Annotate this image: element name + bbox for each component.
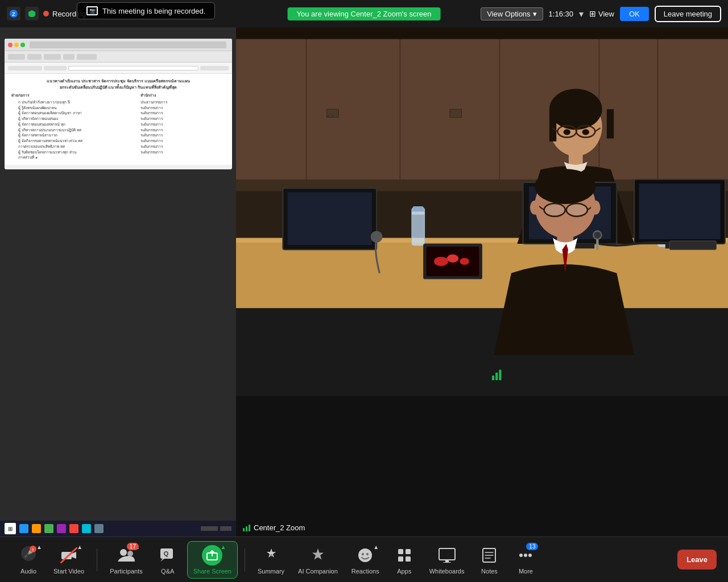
whiteboards-icon-wrap: [437, 545, 457, 566]
menu-item: [44, 54, 61, 60]
svg-point-62: [371, 231, 383, 243]
share-screen-button[interactable]: ▲ Share Screen: [187, 541, 238, 579]
svg-point-41: [530, 201, 539, 215]
shield-icon[interactable]: [25, 7, 39, 20]
whiteboards-label: Whiteboards: [429, 568, 465, 575]
whiteboards-button[interactable]: Whiteboards: [424, 542, 470, 578]
companion-icon: [310, 547, 326, 563]
zoom-icon[interactable]: Z: [7, 7, 20, 20]
svg-rect-48: [412, 211, 425, 214]
svg-rect-65: [499, 369, 501, 380]
view-options-button[interactable]: View Options ▾: [481, 7, 543, 20]
signal-bar-3: [249, 525, 250, 531]
recording-dot: [43, 11, 49, 16]
top-bar: Z Recording 📷 This meeting is being reco…: [0, 0, 728, 27]
svg-rect-87: [443, 562, 451, 563]
svg-rect-4: [236, 39, 728, 180]
companion-label: AI Companion: [298, 568, 338, 575]
menu-item: [8, 54, 25, 60]
companion-button[interactable]: AI Companion: [292, 542, 344, 578]
notes-label: Notes: [481, 568, 498, 575]
leave-button[interactable]: Leave: [677, 550, 717, 569]
more-label: More: [519, 568, 533, 575]
audio-icon-wrap: 🎤 ! ▲: [18, 545, 39, 566]
main-video-panel: Center_2 Zoom: [236, 27, 728, 537]
reactions-caret-icon[interactable]: ▲: [373, 544, 379, 550]
reactions-icon-wrap: ▲: [355, 545, 375, 566]
video-button[interactable]: ▲ Start Video: [48, 542, 90, 578]
video-icon-wrap: ▲: [59, 545, 79, 566]
qa-icon-wrap: Q: [158, 545, 178, 566]
summary-icon-wrap: [261, 545, 282, 566]
more-button[interactable]: 13 More: [508, 542, 543, 578]
svg-rect-84: [406, 556, 411, 562]
participants-button[interactable]: ▲ 17 Participants: [104, 542, 148, 578]
summary-label: Summary: [258, 568, 284, 575]
svg-point-42: [591, 201, 600, 215]
svg-point-92: [519, 554, 523, 557]
document-content: แนวทางดำเนินงาน ประชาสาร จัดการประชุม จั…: [5, 74, 232, 165]
apps-button[interactable]: Apps: [387, 542, 421, 578]
svg-rect-47: [413, 206, 424, 211]
video-label-text: Center_2 Zoom: [254, 523, 305, 532]
share-screen-caret-icon[interactable]: ▲: [220, 544, 226, 550]
taskbar-icon: [94, 524, 104, 533]
taskbar-icon: [19, 524, 28, 533]
top-bar-right: View Options ▾ 1:16:30 ▾ ⊞ View OK Leave…: [481, 6, 721, 22]
toolbar-left-group: 🎤 ! ▲ Audio: [11, 541, 543, 579]
notes-icon: [482, 547, 497, 563]
bottom-toolbar: 🎤 ! ▲ Audio: [0, 537, 728, 582]
record-camera-icon: 📷: [86, 6, 98, 15]
view-button[interactable]: ⊞ View: [589, 9, 614, 18]
audio-label: Audio: [20, 568, 36, 575]
taskbar-icon: [57, 524, 66, 533]
ok-button[interactable]: OK: [620, 7, 649, 21]
svg-text:!: !: [32, 547, 34, 551]
toolbar-item: [200, 66, 229, 70]
maximize-dot[interactable]: [20, 43, 25, 47]
video-caret-icon[interactable]: ▲: [77, 544, 82, 550]
svg-point-93: [524, 554, 527, 557]
participants-label: Participants: [110, 568, 142, 575]
qa-button[interactable]: Q Q&A: [151, 542, 185, 578]
notes-icon-wrap: [479, 545, 499, 566]
audio-caret-icon[interactable]: ▲: [36, 544, 42, 550]
participants-icon-wrap: ▲ 17: [116, 545, 136, 566]
svg-point-77: [270, 554, 272, 556]
svg-point-36: [544, 203, 565, 217]
svg-point-55: [460, 258, 469, 265]
svg-rect-64: [495, 373, 498, 380]
audio-icon: 🎤 !: [20, 546, 36, 565]
minimize-dot[interactable]: [14, 43, 19, 47]
close-dot[interactable]: [8, 43, 13, 47]
svg-rect-20: [549, 109, 556, 142]
top-bar-center: You are viewing Center_2 Zoom's screen: [288, 7, 441, 20]
qa-label: Q&A: [161, 568, 174, 575]
document-window: แนวทางดำเนินงาน ประชาสาร จัดการประชุม จั…: [5, 39, 232, 169]
toolbar-divider-1: [97, 548, 97, 571]
audio-button[interactable]: 🎤 ! ▲ Audio: [11, 542, 46, 578]
notes-button[interactable]: Notes: [472, 542, 506, 578]
summary-button[interactable]: Summary: [252, 542, 290, 578]
taskbar-icon: ⊞: [5, 523, 16, 534]
reactions-button[interactable]: ▲ Reactions: [346, 542, 385, 578]
share-screen-circle: [202, 545, 222, 566]
video-label-btn: Start Video: [53, 568, 84, 575]
doc-subtitle: ยกระดับขับเคลื่อนปรับปฏิบัติ แนวทั้งแก้ป…: [11, 85, 225, 91]
document-taskbar: ⊞: [0, 521, 236, 537]
svg-rect-59: [669, 241, 716, 250]
top-bar-left: Z Recording: [7, 7, 86, 20]
chevron-down-icon-time[interactable]: ▾: [579, 9, 584, 19]
apps-label: Apps: [397, 568, 411, 575]
taskbar-icon: [69, 524, 78, 533]
toolbar-divider-2: [245, 548, 245, 571]
leave-meeting-button[interactable]: Leave meeting: [655, 6, 721, 22]
recording-notice-bar: 📷 This meeting is being recorded.: [77, 2, 215, 19]
taskbar-icon: [44, 524, 53, 533]
menu-item: [63, 54, 75, 60]
participants-badge: 17: [127, 543, 139, 550]
screen-share-panel: แนวทางดำเนินงาน ประชาสาร จัดการประชุม จั…: [0, 27, 236, 537]
window-controls: [8, 43, 25, 47]
doc-title: แนวทางดำเนินงาน ประชาสาร จัดการประชุม จั…: [11, 78, 225, 85]
svg-point-54: [447, 255, 459, 263]
